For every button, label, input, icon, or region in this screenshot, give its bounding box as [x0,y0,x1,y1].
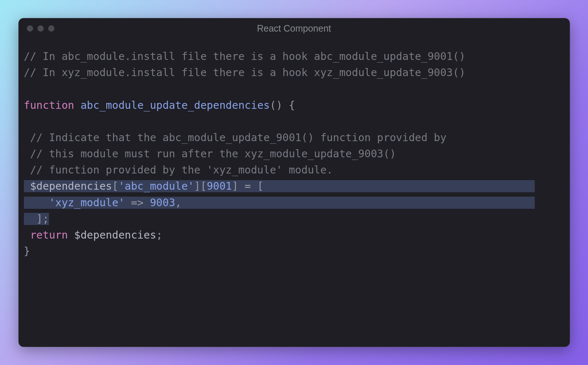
traffic-lights [27,25,54,32]
code-selection: $dependencies['abc_module'][9001] = [ [24,180,535,192]
code-punct: , [175,197,181,209]
code-string: 'xyz_module' [49,197,125,209]
code-selection: ]; [24,213,49,225]
code-punct: ] [232,180,238,192]
code-function-name: abc_module_update_dependencies [81,99,270,111]
code-selection: 'xyz_module' => 9003, [24,197,535,209]
code-comment: // function provided by the 'xyz_module'… [24,164,333,176]
code-variable: $dependencies [68,229,156,241]
code-variable: $dependencies [24,180,112,192]
code-punct: { [282,99,295,111]
code-operator: = [ [238,180,264,192]
code-number: 9001 [207,180,232,192]
maximize-icon[interactable] [48,25,54,32]
code-number: 9003 [150,197,175,209]
code-comment: // In abc_module.install file there is a… [24,50,466,62]
titlebar: React Component [19,18,570,38]
code-keyword: function [24,99,74,111]
code-punct: ] [194,180,200,192]
code-comment: // Indicate that the abc_module_update_9… [24,132,447,144]
code-string: 'abc_module' [118,180,194,192]
code-keyword: return [24,229,68,241]
code-comment: // this module must run after the xyz_mo… [24,148,396,160]
code-comment: // In xyz_module.install file there is a… [24,67,466,79]
code-operator: => [125,197,150,209]
code-window: React Component // In abc_module.install… [18,18,570,347]
code-indent [24,197,49,209]
code-editor[interactable]: // In abc_module.install file there is a… [19,38,570,347]
close-icon[interactable] [27,25,33,32]
code-punct: () [270,99,282,111]
code-punct: [ [200,180,207,192]
code-punct: ]; [24,213,49,225]
code-punct: [ [112,180,118,192]
code-punct: } [24,245,30,257]
window-title: React Component [19,23,570,34]
minimize-icon[interactable] [38,25,44,32]
code-punct: ; [156,229,163,241]
